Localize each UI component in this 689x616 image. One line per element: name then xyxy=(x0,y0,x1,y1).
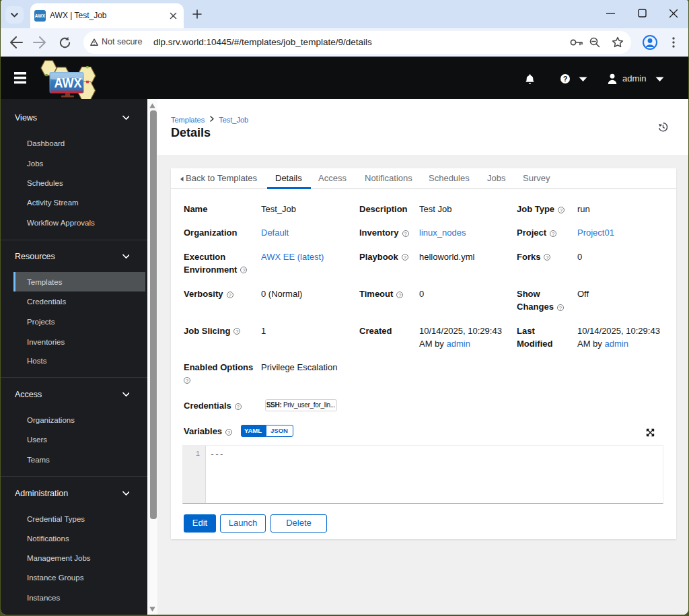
svg-text:AWX: AWX xyxy=(55,75,82,90)
